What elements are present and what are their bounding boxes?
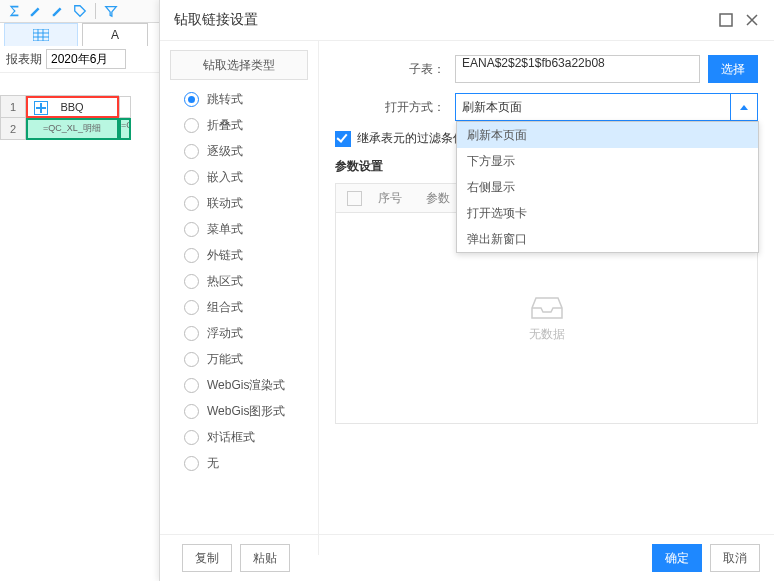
maximize-icon[interactable] — [718, 12, 734, 28]
drill-type-option[interactable]: 外链式 — [160, 242, 318, 268]
inherit-filter-label: 继承表元的过滤条件 — [357, 130, 465, 147]
worksheet-area: 报表期 1 BBQ 2 =QC_XL_明细 =C — [0, 46, 161, 581]
drill-type-option[interactable]: 万能式 — [160, 346, 318, 372]
open-mode-value: 刷新本页面 — [456, 99, 730, 116]
drill-type-option[interactable]: WebGis渲染式 — [160, 372, 318, 398]
drill-type-option[interactable]: 嵌入式 — [160, 164, 318, 190]
drill-type-option[interactable]: 跳转式 — [160, 86, 318, 112]
radio-icon — [184, 456, 199, 471]
drill-type-label: WebGis渲染式 — [207, 377, 285, 394]
drill-type-option[interactable]: 对话框式 — [160, 424, 318, 450]
open-mode-label: 打开方式： — [335, 99, 455, 116]
drill-type-label: 折叠式 — [207, 117, 243, 134]
select-all-checkbox[interactable] — [336, 191, 372, 206]
radio-icon — [184, 118, 199, 133]
drill-type-header: 钻取选择类型 — [170, 50, 308, 80]
dialog-header: 钻取链接设置 — [160, 0, 774, 41]
cancel-button[interactable]: 取消 — [710, 544, 760, 572]
sub-table-input[interactable]: EANA$2$2$1$fb63a22b08 — [455, 55, 700, 83]
drill-type-label: 浮动式 — [207, 325, 243, 342]
cell-reference[interactable]: A — [82, 23, 148, 47]
close-icon[interactable] — [744, 12, 760, 28]
sheet-tab-icon[interactable] — [4, 23, 78, 47]
drill-type-label: 菜单式 — [207, 221, 243, 238]
drill-type-option[interactable]: 热区式 — [160, 268, 318, 294]
open-mode-select[interactable]: 刷新本页面 刷新本页面下方显示右侧显示打开选项卡弹出新窗口 — [455, 93, 758, 121]
svg-rect-0 — [33, 29, 49, 41]
select-button[interactable]: 选择 — [708, 55, 758, 83]
cell-b2[interactable]: =C — [119, 118, 131, 140]
inbox-icon — [530, 294, 564, 320]
open-mode-option[interactable]: 右侧显示 — [457, 174, 758, 200]
report-filter-row: 报表期 — [0, 46, 160, 73]
radio-icon — [184, 248, 199, 263]
paste-button[interactable]: 粘贴 — [240, 544, 290, 572]
edit-icon[interactable] — [26, 1, 46, 21]
radio-icon — [184, 378, 199, 393]
drill-type-option[interactable]: 浮动式 — [160, 320, 318, 346]
drill-type-option[interactable]: 逐级式 — [160, 138, 318, 164]
drill-type-label: 逐级式 — [207, 143, 243, 160]
drill-type-label: 万能式 — [207, 351, 243, 368]
radio-icon — [184, 326, 199, 341]
open-mode-option[interactable]: 刷新本页面 — [457, 122, 758, 148]
sub-table-label: 子表： — [335, 61, 455, 78]
cell-a2[interactable]: =QC_XL_明细 — [26, 118, 119, 140]
drill-type-label: 跳转式 — [207, 91, 243, 108]
filter-label: 报表期 — [6, 51, 42, 68]
insert-handle-icon[interactable] — [34, 101, 48, 115]
open-mode-option[interactable]: 打开选项卡 — [457, 200, 758, 226]
drill-type-option[interactable]: 无 — [160, 450, 318, 476]
col-seq: 序号 — [372, 190, 420, 207]
svg-rect-5 — [720, 14, 732, 26]
drill-type-option[interactable]: 菜单式 — [160, 216, 318, 242]
radio-icon — [184, 430, 199, 445]
drill-type-label: 热区式 — [207, 273, 243, 290]
drill-link-dialog: 钻取链接设置 钻取选择类型 跳转式折叠式逐级式嵌入式联动式菜单式外链式热区式组合… — [159, 0, 774, 581]
drill-type-option[interactable]: 组合式 — [160, 294, 318, 320]
radio-icon — [184, 274, 199, 289]
drill-form: 子表： EANA$2$2$1$fb63a22b08 选择 打开方式： 刷新本页面… — [319, 40, 774, 535]
radio-icon — [184, 144, 199, 159]
drill-type-label: 外链式 — [207, 247, 243, 264]
filter-icon[interactable] — [101, 1, 121, 21]
radio-icon — [184, 170, 199, 185]
copy-button[interactable]: 复制 — [182, 544, 232, 572]
dialog-title: 钻取链接设置 — [174, 11, 258, 29]
radio-icon — [184, 404, 199, 419]
param-title: 参数设置 — [335, 158, 383, 175]
edit2-icon[interactable] — [48, 1, 68, 21]
chevron-up-icon[interactable] — [730, 94, 757, 120]
col-stub — [119, 96, 131, 118]
drill-type-option[interactable]: 折叠式 — [160, 112, 318, 138]
ok-button[interactable]: 确定 — [652, 544, 702, 572]
radio-icon — [184, 300, 199, 315]
radio-icon — [184, 352, 199, 367]
drill-type-option[interactable]: WebGis图形式 — [160, 398, 318, 424]
drill-type-panel: 钻取选择类型 跳转式折叠式逐级式嵌入式联动式菜单式外链式热区式组合式浮动式万能式… — [160, 40, 319, 555]
open-mode-option[interactable]: 下方显示 — [457, 148, 758, 174]
dialog-footer: 复制 粘贴 确定 取消 — [160, 534, 774, 581]
radio-icon — [184, 196, 199, 211]
drill-type-label: 无 — [207, 455, 219, 472]
empty-text: 无数据 — [529, 326, 565, 343]
drill-type-label: 组合式 — [207, 299, 243, 316]
drill-type-label: 对话框式 — [207, 429, 255, 446]
checkbox-checked-icon[interactable] — [335, 131, 351, 147]
open-mode-dropdown: 刷新本页面下方显示右侧显示打开选项卡弹出新窗口 — [456, 121, 759, 253]
mini-grid: 1 BBQ 2 =QC_XL_明细 =C — [0, 95, 132, 140]
drill-type-label: WebGis图形式 — [207, 403, 285, 420]
filter-value-input[interactable] — [46, 49, 126, 69]
sigma-icon[interactable] — [4, 1, 24, 21]
radio-icon — [184, 222, 199, 237]
row-header[interactable]: 1 — [1, 96, 26, 118]
drill-type-option[interactable]: 联动式 — [160, 190, 318, 216]
open-mode-option[interactable]: 弹出新窗口 — [457, 226, 758, 252]
radio-icon — [184, 92, 199, 107]
row-header[interactable]: 2 — [1, 118, 26, 140]
drill-type-label: 联动式 — [207, 195, 243, 212]
tag-icon[interactable] — [70, 1, 90, 21]
drill-type-label: 嵌入式 — [207, 169, 243, 186]
